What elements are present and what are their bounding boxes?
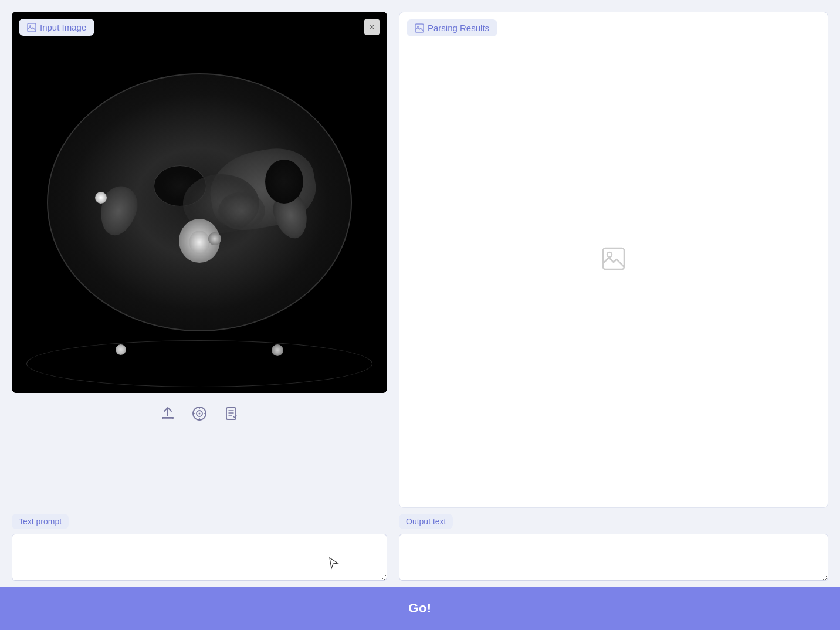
text-prompt-input[interactable] xyxy=(12,534,387,581)
svg-point-4 xyxy=(199,413,201,415)
image-toolbar xyxy=(12,399,387,428)
text-prompt-panel: Text prompt xyxy=(12,514,387,581)
bottom-section: Text prompt Output text xyxy=(0,514,840,587)
parsing-results-icon xyxy=(415,23,424,33)
output-text-label: Output text xyxy=(399,514,453,529)
image-container: Input Image × xyxy=(12,12,387,393)
parsing-results-label: Parsing Results xyxy=(407,19,497,36)
input-image-label: Input Image xyxy=(19,19,94,36)
go-button[interactable]: Go! xyxy=(0,587,840,630)
svg-rect-12 xyxy=(603,248,624,269)
parsing-results-panel: Parsing Results xyxy=(399,12,828,508)
svg-point-13 xyxy=(607,252,612,257)
camera-button[interactable] xyxy=(189,404,209,424)
output-text-panel: Output text xyxy=(399,514,828,581)
text-prompt-label: Text prompt xyxy=(12,514,69,529)
output-text-input[interactable] xyxy=(399,534,828,581)
right-panel: Parsing Results xyxy=(399,12,828,508)
ct-scan-image xyxy=(12,12,387,393)
go-button-container: Go! xyxy=(0,587,840,630)
parsing-results-placeholder xyxy=(602,247,625,273)
image-label-icon xyxy=(27,23,36,32)
document-scan-button[interactable] xyxy=(221,404,241,424)
left-panel: Input Image × xyxy=(12,12,387,508)
upload-button[interactable] xyxy=(158,404,178,424)
close-button[interactable]: × xyxy=(364,19,380,35)
placeholder-icon xyxy=(602,247,625,270)
